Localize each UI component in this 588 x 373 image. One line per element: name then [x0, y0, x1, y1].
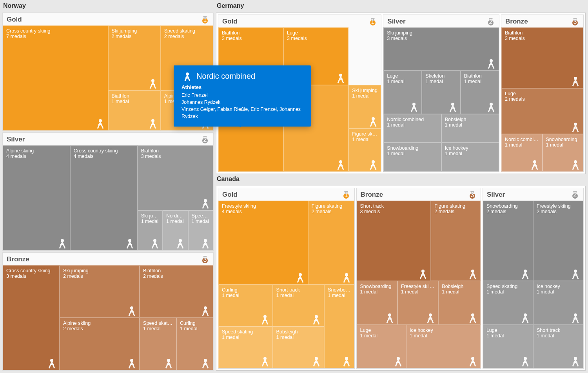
figure-skating-icon — [467, 268, 479, 280]
nordic-combined-icon — [174, 237, 186, 249]
gold-medal-icon — [368, 17, 377, 26]
tile[interactable]: Speed skating1 medal — [140, 318, 176, 370]
medal-title: Silver — [487, 191, 505, 199]
medal-title: Bronze — [7, 255, 29, 263]
medal-title: Gold — [222, 18, 238, 25]
alpine-skiing-icon — [56, 237, 68, 249]
tile[interactable]: Biathlon2 medals — [140, 265, 213, 318]
canada-gold[interactable]: Gold Freestyle skiing4 medals Figure ska… — [218, 188, 355, 369]
tile[interactable]: Luge1 medal — [357, 325, 407, 368]
tile[interactable]: Bobsleigh1 medal — [438, 281, 481, 324]
tile[interactable]: Speed skating1 medal — [188, 210, 213, 250]
norway-silver[interactable]: Silver Alpine skiing4 medals Cross count… — [2, 132, 214, 251]
tile[interactable]: Curling1 medal — [176, 318, 213, 370]
silver-medal-icon — [201, 135, 209, 144]
tile[interactable]: Biathlon1 medal — [461, 71, 499, 114]
nordic-combined-icon — [529, 159, 541, 170]
tile[interactable]: Alpine skiing4 medals — [3, 145, 70, 250]
ski-jumping-icon — [126, 305, 138, 317]
tooltip-line: Johannes Rydzek — [181, 99, 303, 106]
biathlon-icon — [147, 118, 159, 129]
luge-icon — [392, 355, 404, 367]
figure-skating-icon — [367, 159, 379, 170]
tile[interactable]: Short track3 medals — [357, 201, 431, 281]
tile[interactable]: Snowboarding1 medal — [543, 134, 583, 172]
biathlon-icon — [200, 197, 211, 209]
canada-silver[interactable]: Silver Snowboarding2 medals Freestyle sk… — [483, 188, 584, 369]
tile[interactable]: Ice hockey1 medal — [406, 325, 481, 368]
medal-title: Bronze — [505, 18, 528, 25]
short-track-icon — [310, 313, 322, 325]
tile[interactable]: Cross country skiing7 medals — [3, 25, 108, 130]
ski-jumping-icon — [367, 116, 379, 127]
country-title: Germany — [216, 2, 586, 9]
biathlon-icon — [570, 75, 581, 87]
tile[interactable]: Biathlon1 medal — [108, 91, 161, 130]
tile[interactable]: Short track1 medal — [273, 284, 325, 326]
country-canada: Gold Freestyle skiing4 medals Figure ska… — [216, 186, 586, 371]
tile[interactable]: Figure skating2 medals — [308, 201, 354, 284]
medal-title: Gold — [222, 191, 238, 199]
tile[interactable]: Luge1 medal — [483, 325, 533, 368]
tile[interactable]: Snowboarding1 medal — [324, 284, 354, 368]
tile[interactable]: Ski jumping2 medals — [108, 25, 161, 91]
tile[interactable]: Freestyle skiing4 medals — [218, 201, 308, 284]
tile[interactable]: Ski jumping2 medals — [60, 265, 140, 318]
freestyle-skiing-icon — [425, 312, 436, 324]
tile[interactable]: Snowboarding2 medals — [483, 201, 533, 281]
short-track-icon — [417, 268, 429, 280]
tile[interactable]: Ski jumping3 medals — [383, 27, 499, 71]
luge-icon — [335, 72, 347, 84]
snowboarding-icon — [341, 355, 352, 367]
tile[interactable]: Cross country skiing3 medals — [3, 265, 60, 370]
bobsleigh-icon — [310, 355, 322, 367]
norway-bronze[interactable]: Bronze Cross country skiing3 medals Ski … — [2, 252, 214, 371]
tile[interactable]: Freestyle skiing1 medal — [397, 281, 438, 324]
silver-medal-icon — [486, 17, 495, 26]
canada-bronze[interactable]: Bronze Short track3 medals Figure skatin… — [356, 188, 481, 369]
bronze-medal-icon — [201, 255, 209, 264]
tile[interactable]: Figure skating2 medals — [431, 201, 481, 281]
tile[interactable]: Speed skating1 medal — [483, 281, 533, 324]
tile[interactable]: Snowboarding1 medal — [383, 143, 441, 172]
treemap-root: Norway Gold Cross country skiing7 medals… — [2, 2, 586, 371]
cross-country-icon — [94, 118, 106, 129]
tile[interactable]: Curling1 medal — [218, 284, 273, 326]
tile[interactable]: Alpine skiing2 medals — [60, 318, 140, 370]
tile[interactable]: Snowboarding1 medal — [357, 281, 397, 324]
alpine-skiing-icon — [126, 357, 138, 369]
biathlon-icon — [200, 305, 211, 317]
tile[interactable]: Nordic Combined1 medal — [163, 210, 188, 250]
medal-title: Bronze — [361, 191, 383, 199]
tile[interactable]: Speed skating1 medal — [218, 326, 273, 368]
tile[interactable]: Biathlon3 medals — [138, 145, 213, 210]
tile[interactable]: Ski jumping1 medal — [348, 85, 381, 128]
medal-title: Silver — [7, 136, 25, 143]
country-title: Norway — [2, 2, 214, 9]
short-track-icon — [570, 355, 581, 367]
tooltip-line: Vinzenz Geiger, Fabian Rießle, Eric Fren… — [181, 106, 303, 120]
tile[interactable]: Figure skating1 medal — [348, 129, 381, 172]
tile[interactable]: Nordic combined1 medal — [501, 134, 542, 172]
tile[interactable]: Skeleton1 medal — [422, 71, 460, 114]
tile[interactable]: Nordic combined1 medal — [383, 114, 441, 143]
tile[interactable]: Bobsleigh1 medal — [273, 326, 325, 368]
tile[interactable]: Cross country skiing4 medals — [70, 145, 138, 250]
gold-medal-icon — [342, 190, 350, 199]
tile[interactable]: Freestyle skiing2 medals — [533, 201, 583, 281]
tile[interactable]: Luge1 medal — [383, 71, 422, 114]
tile[interactable]: Biathlon3 medals — [501, 27, 583, 88]
ice-hockey-icon — [467, 355, 479, 367]
germany-silver[interactable]: Silver Ski jumping3 medals Luge1 medal S… — [383, 14, 499, 172]
country-norway: Norway Gold Cross country skiing7 medals… — [2, 2, 214, 371]
tile[interactable]: Ski jumping1 medal — [138, 210, 163, 250]
tile[interactable]: Bobsleigh1 medal — [441, 114, 499, 143]
tooltip-subheading: Athletes — [181, 84, 303, 90]
tile[interactable]: Short track1 medal — [533, 325, 583, 368]
tile[interactable]: Ice hockey1 medal — [533, 281, 583, 324]
tile[interactable]: Ice hockey1 medal — [441, 143, 499, 172]
germany-bronze[interactable]: Bronze Biathlon3 medals Luge2 medals Nor… — [501, 14, 584, 172]
ski-jumping-icon — [485, 58, 497, 69]
gold-medal-icon — [201, 15, 209, 24]
tile[interactable]: Luge2 medals — [501, 88, 583, 134]
